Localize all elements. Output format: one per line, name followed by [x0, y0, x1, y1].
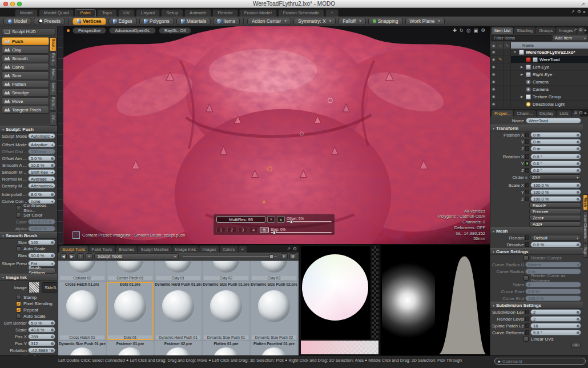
slider-knob[interactable] — [51, 335, 54, 338]
layout-tab-model[interactable]: Model — [15, 9, 38, 17]
tab-sculpt-tools[interactable]: Sculpt Tools — [59, 246, 88, 253]
color-gradient-bar[interactable] — [301, 341, 378, 354]
slider-knob[interactable] — [577, 191, 579, 194]
vtab-mesh[interactable]: Mesh — [583, 194, 588, 210]
eye-icon[interactable]: ◉ — [490, 49, 497, 56]
mode-tab-polygons[interactable]: Polygons — [139, 18, 174, 25]
repeat-checkbox[interactable]: ✓ — [16, 307, 21, 313]
ink-auto-scale-checkbox[interactable] — [16, 314, 21, 319]
mode-tab-vertices[interactable]: Vertices — [73, 18, 106, 25]
gear-icon[interactable]: ⚙ — [289, 253, 296, 259]
item-row-weretoad[interactable]: ◉✎ WereToad — [490, 56, 588, 63]
step-slider[interactable]: Step: 0% — [271, 227, 332, 233]
sculpt-hud-button[interactable]: Sculpt HUD — [2, 28, 55, 35]
slider-knob[interactable] — [577, 169, 579, 172]
zoom-window-button[interactable] — [17, 2, 22, 6]
slider-thumb[interactable] — [269, 254, 273, 259]
offset-amount-field[interactable]: 5.0 % — [28, 155, 55, 161]
toolbox-tab-paint[interactable]: Paint... — [50, 52, 57, 66]
layout-tab-paint[interactable]: Paint — [75, 9, 95, 17]
expand-icon[interactable]: ↗ — [287, 246, 291, 251]
tool-smooth[interactable]: Smooth — [2, 54, 49, 62]
tab-images[interactable]: Images — [199, 246, 219, 253]
expand-icon[interactable]: ↗ — [571, 9, 575, 14]
slider-knob[interactable] — [51, 329, 54, 331]
slider-knob[interactable] — [51, 342, 54, 345]
channel-cell[interactable] — [525, 190, 529, 194]
slider-thumb[interactable] — [290, 220, 293, 223]
slider-knob[interactable] — [577, 243, 579, 246]
slider-knob[interactable] — [577, 331, 579, 334]
scale-x-field[interactable]: 100.0 % — [530, 182, 581, 188]
eye-icon[interactable]: ◉ — [490, 71, 497, 78]
channel-cell[interactable] — [525, 197, 529, 201]
zero-button[interactable]: Zero▾ — [529, 215, 581, 221]
smooth-mode-dropdown[interactable]: Shift Key▾ — [28, 169, 55, 175]
filter-items-input[interactable] — [492, 35, 551, 41]
preset-item[interactable]: Clay 02 — [203, 261, 249, 281]
multires-level-2[interactable]: 2 — [227, 227, 236, 233]
falloff-dropdown[interactable]: Falloff▾ — [338, 18, 366, 25]
tab-display[interactable]: Display — [537, 110, 557, 117]
layout-tab-animate[interactable]: Animate — [184, 9, 211, 17]
tab-paint-tools[interactable]: Paint Tools — [88, 246, 115, 253]
brush-size-field[interactable]: 140 — [28, 239, 55, 245]
stamp-checkbox[interactable] — [16, 295, 21, 300]
back-button[interactable]: ◀ — [60, 253, 67, 259]
channel-cell[interactable] — [525, 146, 529, 151]
thumbnail-size-slider[interactable] — [183, 256, 277, 257]
tool-move[interactable]: Move — [2, 97, 49, 105]
tab-shading[interactable]: Shading — [514, 27, 535, 34]
mode-tab-edges[interactable]: Edges — [108, 18, 137, 25]
filter-button[interactable]: F — [281, 253, 288, 259]
pixel-blending-checkbox[interactable]: ✓ — [16, 301, 21, 306]
preset-item[interactable]: Cellular 02 — [59, 261, 106, 281]
slider-knob[interactable] — [51, 157, 54, 160]
channel-cell[interactable] — [525, 310, 529, 314]
gear-icon[interactable]: ⚙ — [577, 9, 581, 14]
command-bar[interactable]: ▸ — [494, 358, 586, 365]
slider-knob[interactable] — [51, 164, 54, 167]
add-button[interactable]: Add▾ — [529, 221, 581, 227]
eye-icon[interactable]: ◉ — [490, 93, 497, 101]
more-options-button[interactable]: » — [571, 343, 581, 348]
offset-slider[interactable]: Offset: 5% — [287, 217, 332, 222]
zoom-icon[interactable]: ◎ — [466, 27, 470, 33]
tool-scar[interactable]: Scar — [2, 71, 49, 79]
auto-scale-checkbox[interactable] — [16, 246, 21, 251]
maximize-icon[interactable]: ▣ — [473, 27, 478, 33]
preset-item[interactable]: Dynamic Size Push 01.pre — [59, 341, 106, 355]
interpolation-field[interactable]: 8.0 % — [28, 191, 55, 197]
gear-icon[interactable]: ⚙ — [481, 27, 485, 33]
multires-level-display[interactable]: MultiRes: 95 — [216, 216, 265, 223]
item-row-right-eye[interactable]: ◉ ▶Right-Eye — [490, 71, 588, 78]
brush-falloff-curve[interactable] — [436, 246, 489, 354]
smooth-amount-field[interactable]: 10.0 % — [28, 162, 55, 168]
slider-thumb[interactable] — [273, 231, 276, 234]
tool-smudge[interactable]: Smudge — [2, 89, 49, 97]
slider-knob[interactable] — [577, 198, 579, 201]
transform-section-header[interactable]: ▾Transform — [490, 125, 583, 131]
toolbox-tab-particles[interactable]: Partic... — [50, 97, 57, 111]
symmetry-dropdown[interactable]: Symmetry: X▾ — [293, 18, 336, 25]
scale-z-field[interactable]: 100.0 % — [530, 196, 581, 202]
work-plane-dropdown[interactable]: Work Plane▾ — [405, 18, 445, 25]
slider-knob[interactable] — [577, 141, 579, 143]
gear-icon[interactable]: ⚙ — [293, 246, 297, 251]
eye-icon[interactable]: ◉ — [490, 101, 497, 108]
name-column-header[interactable]: Name — [511, 42, 588, 49]
slider-knob[interactable] — [51, 241, 54, 244]
render-level-field[interactable]: 2 — [530, 316, 581, 322]
shape-preset-dropdown[interactable]: Fat▾ — [28, 261, 55, 266]
multires-level-5[interactable]: 5 — [260, 227, 269, 233]
continuous-stroke-checkbox[interactable] — [16, 205, 21, 210]
spline-patch-level-field[interactable]: 16 — [530, 323, 581, 329]
curve-refinement-field[interactable]: 5.0 ° — [530, 330, 581, 335]
normal-mode-dropdown[interactable]: Average▾ — [28, 176, 55, 182]
channel-cell-keyed[interactable] — [525, 161, 529, 166]
layout-tab-layout[interactable]: Layout — [136, 9, 160, 17]
bias-field[interactable]: 50.0 % — [28, 253, 55, 258]
item-row-left-eye[interactable]: ◉ ▶Left-Eye — [490, 63, 588, 71]
add-path-button[interactable]: + — [86, 253, 92, 259]
channel-cell[interactable] — [525, 323, 529, 328]
